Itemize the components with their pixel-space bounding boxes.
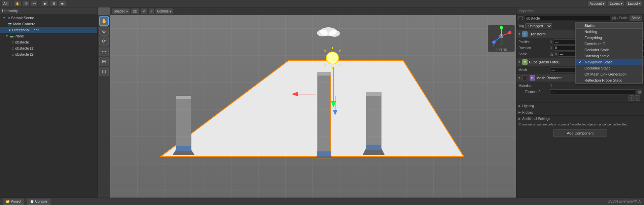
toolbar-layers-btn[interactable]: Layers ▾ [608,1,624,7]
element-row: Element 0 ◎ [518,89,642,95]
additional-expandable[interactable]: ▶ Additional Settings [516,116,644,122]
toolbar-all-label: All [3,2,7,5]
dropdown-item-occludeestatic[interactable]: Occludee Static [576,65,642,71]
materials-add-btn[interactable]: + [629,95,634,101]
scene-tool-transform[interactable]: ⬡ [99,67,109,76]
add-component-button[interactable]: Add Component [553,129,608,137]
inspector-panel: Inspector (4) - Static Static Tag Untagg… [516,7,644,198]
scene-canvas[interactable]: X Y Z [110,15,516,198]
inspector-title: Inspector [518,9,534,13]
dropdown-item-reflectionprobe[interactable]: Reflection Probe Static [576,77,642,83]
dropdown-contributegi-label: Contribute GI [584,42,606,46]
scene-audio-btn[interactable]: ♪ [148,8,154,14]
tag-label: Tag [518,24,524,28]
static-dropdown-menu[interactable]: Static Nothing Everything Contribute GI … [575,22,643,84]
svg-rect-4 [176,146,191,151]
mesh-filter-arrow: ▼ [518,60,521,64]
rotation-label: Rotation [518,46,549,50]
maincamera-label: Main Camera [13,22,35,26]
plane-label: Plane [14,34,24,38]
transform-icon: T [522,31,528,37]
hierarchy-header: Hierarchy [0,7,97,14]
pos-x-label: X [550,40,552,44]
csdn-watermark: CSDN @宇宙好男人 [608,199,641,204]
dropdown-item-offmeshlink[interactable]: Off Mesh Link Generation [576,71,642,77]
mesh-renderer-icon: R [530,75,535,81]
toolbar-scale-btn[interactable]: ⇔ [31,1,38,7]
scene-gizmos-btn[interactable]: Gizmos ▾ [155,8,173,14]
tab-project[interactable]: 📁 Project [3,199,24,205]
toolbar-move-btn[interactable]: ✋ [13,1,22,7]
dropdown-item-batchingstatic[interactable]: Batching Static [576,53,642,59]
scene-2d-btn[interactable]: 2D [131,8,139,14]
hier-item-maincamera[interactable]: 📷 Main Camera [0,21,97,27]
materials-remove-btn[interactable]: − [635,95,640,101]
obj-active-checkbox[interactable] [518,16,523,20]
dropdown-item-nothing[interactable]: Nothing [576,29,642,35]
hier-item-samplescene[interactable]: ▼ ⊕ SampleScene [0,15,97,21]
tab-console[interactable]: 📋 Console [27,199,50,205]
lighting-expandable[interactable]: ▶ Lighting [516,103,644,109]
gizmo-svg: X Y Z [491,26,511,46]
scene-tool-move[interactable]: ⊕ [99,26,109,36]
samplescene-icon: ⊕ [7,16,10,20]
main-area: Hierarchy ▼ ⊕ SampleScene 📷 Main Camera … [0,7,644,198]
dropdown-item-contributegi[interactable]: Contribute GI [576,41,642,47]
svg-line-41 [493,36,501,39]
dropdown-occludeestatic-label: Occludee Static [584,66,610,70]
svg-marker-0 [161,60,464,156]
rot-x-label: X [550,46,552,50]
hier-item-obstacle1[interactable]: □ obstacle (1) [0,45,97,51]
toolbar-pause-btn[interactable]: ⏸ [50,1,58,7]
toolbar-step-btn[interactable]: ⏭ [59,1,66,7]
additional-label: Additional Settings [522,117,550,121]
element-field[interactable] [550,89,635,94]
gizmo-corner: X Y Z [488,25,515,52]
obj-name-field[interactable] [525,15,610,21]
mesh-label: Mesh [518,68,549,72]
dropdown-item-navigationstatic[interactable]: ✓ Navigation Static [576,59,642,65]
probes-expandable[interactable]: ▶ Probes [516,109,644,115]
mesh-renderer-check[interactable] [522,76,527,80]
obstacle2-icon: □ [12,53,14,56]
toolbar-account-btn[interactable]: Account ▾ [587,1,606,7]
toolbar-rotate-btn[interactable]: ⟳ [23,1,30,7]
toolbar-all-btn[interactable]: All [1,1,9,7]
scene-shaded-btn[interactable]: Shaded ▾ [112,8,130,14]
scene-tool-scale[interactable]: ⇔ [99,47,109,56]
svg-point-29 [317,30,328,36]
svg-point-46 [507,29,510,31]
console-tab-label: Console [35,200,47,203]
dropdown-item-everything[interactable]: Everything [576,35,642,41]
scene-view[interactable]: ✋ ⊕ ⟳ ⇔ ⊞ ⬡ Shaded ▾ 2D ☀ ♪ Gizmos ▾ [98,7,516,198]
probes-arrow: ▶ [518,111,521,114]
hierarchy-content[interactable]: ▼ ⊕ SampleScene 📷 Main Camera ☀ Directio… [0,14,97,198]
hier-item-plane[interactable]: ▼ ▬ Plane [0,33,97,39]
hier-item-obstacle0[interactable]: □ obstacle [0,39,97,45]
svg-marker-25 [291,92,298,96]
scene-tool-rect[interactable]: ⊞ [99,57,109,66]
directionallight-label: Directional Light [12,28,39,32]
toolbar-play-btn[interactable]: ▶ [42,1,49,7]
hier-item-obstacle2[interactable]: □ obstacle (2) [0,51,97,57]
scene-tool-rotate[interactable]: ⟳ [99,36,109,46]
tag-dropdown[interactable]: Untagged [525,23,552,29]
svg-rect-2 [176,96,191,99]
add-component-area: Add Component [516,127,644,140]
additional-arrow: ▶ [518,117,521,120]
inspector-name-row: (4) - Static Static [516,14,644,22]
static-dropdown-btn[interactable]: Static [630,16,642,21]
dropdown-item-occluderstatic[interactable]: Occluder Static [576,47,642,53]
svg-marker-3 [173,150,194,155]
svg-line-21 [339,64,341,66]
svg-line-19 [339,50,341,52]
plane-arrow: ▼ [5,34,8,38]
scene-tool-hand[interactable]: ✋ [99,16,109,26]
element-target-btn[interactable]: ◎ [637,89,642,94]
scene-light-btn[interactable]: ☀ [140,8,147,14]
hierarchy-title: Hierarchy [2,9,18,13]
svg-point-30 [329,30,340,37]
svg-rect-6 [366,92,381,96]
toolbar-layout-btn[interactable]: Layout ▾ [626,1,643,7]
hier-item-directionallight[interactable]: ☀ Directional Light [0,27,97,33]
